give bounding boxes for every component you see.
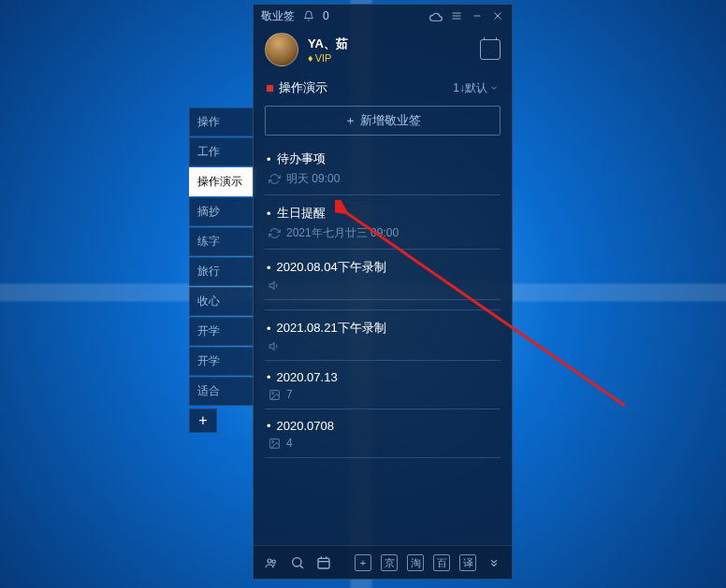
note-meta: 7 [269, 388, 499, 401]
close-icon[interactable] [491, 9, 504, 22]
contacts-icon[interactable] [263, 554, 280, 571]
titlebar: 敬业签 0 [254, 5, 512, 27]
minimize-icon[interactable] [471, 9, 484, 22]
note-item[interactable]: 待办事项明天 09:00 [265, 141, 501, 195]
app-window: 敬业签 0 YA、茹 ♦ VIP 操作演示 [253, 4, 513, 580]
category-sidebar: 操作工作操作演示摘抄练字旅行收心开学开学适合+ [189, 108, 254, 433]
note-meta: 2021年七月廿三 09:00 [269, 225, 499, 241]
calendar-icon[interactable] [480, 39, 501, 60]
svg-point-12 [268, 559, 271, 563]
app-title: 敬业签 [261, 8, 295, 24]
sidebar-tab[interactable]: 操作 [189, 108, 254, 136]
note-title: 2020.08.04下午录制 [267, 259, 499, 276]
sidebar-tab[interactable]: 工作 [189, 137, 254, 166]
sound-icon [269, 280, 281, 292]
bottom-toolbar: + 京 淘 百 译 [254, 545, 512, 579]
sidebar-tab[interactable]: 操作演示 [189, 167, 254, 196]
svg-point-9 [272, 392, 274, 394]
note-title: 生日提醒 [267, 205, 499, 222]
note-title: 2020.0708 [267, 419, 499, 433]
repeat-icon [269, 173, 281, 185]
svg-point-11 [272, 440, 274, 442]
sidebar-tab[interactable]: 旅行 [189, 257, 254, 286]
sidebar-tab[interactable]: 收心 [189, 287, 254, 316]
note-item[interactable]: 2020.07084 [265, 409, 501, 458]
diamond-icon: ♦ [308, 52, 313, 64]
notes-list: 待办事项明天 09:00生日提醒2021年七月廿三 09:002020.08.0… [254, 141, 512, 545]
note-item[interactable]: 2020.07.137 [265, 361, 501, 409]
note-item[interactable]: 2021.08.21下午录制 [265, 309, 501, 361]
note-meta-text: 明天 09:00 [286, 171, 340, 187]
note-meta [269, 280, 499, 292]
translate-button[interactable]: 译 [459, 554, 476, 571]
sidebar-tab[interactable]: 开学 [189, 347, 254, 376]
sort-dropdown[interactable]: 1↓默认 [453, 80, 499, 96]
svg-point-14 [293, 557, 301, 566]
category-title: 操作演示 [279, 79, 327, 96]
expand-icon[interactable] [486, 554, 502, 571]
avatar[interactable] [265, 33, 298, 66]
search-icon[interactable] [289, 554, 306, 571]
note-meta [269, 340, 499, 352]
chevron-down-icon [489, 83, 499, 93]
svg-point-13 [272, 560, 275, 563]
note-item[interactable]: 2020.08.04下午录制 [265, 250, 501, 300]
notification-count: 0 [323, 9, 329, 22]
bell-icon[interactable] [302, 9, 315, 22]
sidebar-tab[interactable]: 摘抄 [189, 197, 254, 226]
sidebar-tab[interactable]: 适合 [189, 377, 254, 406]
note-item[interactable]: 生日提醒2021年七月廿三 09:00 [265, 195, 501, 250]
sidebar-add-button[interactable]: + [189, 409, 217, 433]
note-meta-text: 4 [286, 437, 293, 450]
cloud-sync-icon[interactable] [429, 9, 443, 22]
note-meta-text: 2021年七月廿三 09:00 [286, 225, 399, 241]
menu-icon[interactable] [450, 9, 463, 22]
note-title: 待办事项 [267, 151, 499, 167]
taobao-button[interactable]: 淘 [407, 554, 424, 571]
image-icon [269, 437, 281, 450]
calendar-small-icon[interactable] [315, 554, 332, 571]
vip-badge: ♦ VIP [308, 52, 471, 64]
note-title: 2021.08.21下午录制 [267, 320, 499, 337]
add-note-button[interactable]: ＋ 新增敬业签 [265, 106, 501, 136]
svg-rect-16 [318, 558, 329, 568]
jd-button[interactable]: 京 [381, 554, 398, 571]
profile-section: YA、茹 ♦ VIP [254, 27, 512, 76]
sidebar-tab[interactable]: 练字 [189, 227, 254, 256]
svg-marker-7 [269, 343, 274, 351]
add-square-icon[interactable]: + [355, 554, 371, 571]
sound-icon [269, 340, 281, 352]
svg-line-15 [300, 565, 303, 567]
svg-marker-6 [269, 282, 274, 290]
baidu-button[interactable]: 百 [433, 554, 450, 571]
repeat-icon [269, 227, 281, 239]
note-meta: 明天 09:00 [269, 171, 499, 187]
note-meta-text: 7 [286, 388, 293, 401]
image-icon [269, 389, 281, 401]
note-title: 2020.07.13 [267, 370, 499, 384]
sidebar-tab[interactable]: 开学 [189, 317, 254, 346]
profile-name: YA、茹 [308, 36, 471, 52]
category-header: 操作演示 1↓默认 [254, 76, 512, 100]
record-indicator-icon [267, 85, 273, 92]
note-meta: 4 [269, 437, 499, 450]
